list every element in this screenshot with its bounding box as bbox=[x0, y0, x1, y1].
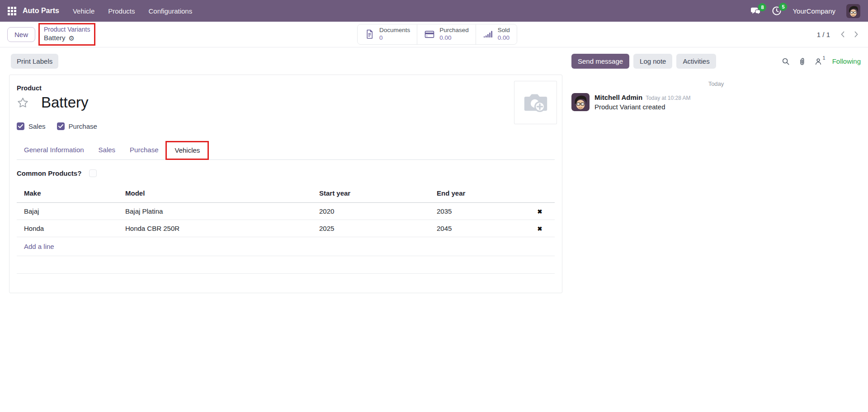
documents-stat-button[interactable]: Documents 0 bbox=[358, 24, 417, 44]
activities-button[interactable]: Activities bbox=[676, 54, 716, 69]
table-row: Honda Honda CBR 250R 2025 2045 ✖ bbox=[17, 220, 555, 237]
chatter-panel: Send message Log note Activities bbox=[562, 47, 868, 111]
stat-button-group: Documents 0 Purchased 0.00 bbox=[357, 24, 517, 45]
cell-model[interactable]: Honda CBR 250R bbox=[125, 220, 319, 237]
main-menus: Vehicle Products Configurations bbox=[73, 7, 192, 15]
camera-plus-icon bbox=[521, 90, 550, 115]
company-switcher[interactable]: YourCompany bbox=[793, 7, 835, 15]
messages-icon[interactable]: 8 bbox=[750, 6, 761, 16]
breadcrumb-current: Battery bbox=[44, 33, 66, 42]
user-avatar[interactable] bbox=[846, 4, 860, 18]
column-header-model: Model bbox=[125, 185, 319, 203]
search-messages-icon[interactable] bbox=[782, 57, 790, 66]
vehicles-table: Make Model Start year End year Bajaj Baj… bbox=[17, 185, 555, 274]
notebook-tabs: General Information Sales Purchase Vehic… bbox=[17, 141, 555, 160]
table-row: Bajaj Bajaj Platina 2020 2035 ✖ bbox=[17, 203, 555, 220]
credit-card-icon bbox=[424, 29, 435, 40]
followers-count: 1 bbox=[823, 55, 826, 61]
breadcrumb: Battery ⚙ bbox=[44, 33, 90, 42]
pager-previous-icon[interactable] bbox=[837, 28, 848, 41]
common-products-label: Common Products? bbox=[17, 169, 81, 177]
message-timestamp: Today at 10:28 AM bbox=[646, 95, 690, 101]
empty-table-row bbox=[17, 256, 555, 274]
product-name-field[interactable]: Battery bbox=[41, 94, 89, 111]
add-a-line-link[interactable]: Add a line bbox=[17, 237, 555, 256]
menu-products[interactable]: Products bbox=[108, 7, 135, 15]
stat-value: 0.00 bbox=[439, 34, 469, 42]
menu-configurations[interactable]: Configurations bbox=[148, 7, 192, 15]
column-header-start-year: Start year bbox=[319, 185, 437, 203]
document-icon bbox=[364, 29, 375, 40]
following-toggle[interactable]: Following bbox=[832, 57, 861, 65]
activities-clock-icon[interactable]: 5 bbox=[772, 6, 782, 16]
sales-checkbox[interactable] bbox=[17, 122, 24, 130]
tab-sales[interactable]: Sales bbox=[91, 141, 123, 159]
delete-row-icon[interactable]: ✖ bbox=[538, 208, 542, 215]
cell-make[interactable]: Bajaj bbox=[17, 203, 125, 220]
product-field-label: Product bbox=[17, 75, 555, 92]
cell-end-year[interactable]: 2035 bbox=[437, 203, 532, 220]
message-author-avatar bbox=[571, 93, 590, 111]
purchase-option-label: Purchase bbox=[69, 122, 97, 130]
new-button[interactable]: New bbox=[7, 27, 35, 42]
column-header-make: Make bbox=[17, 185, 125, 203]
stat-label: Sold bbox=[498, 27, 510, 34]
top-navbar: Auto Parts Vehicle Products Configuratio… bbox=[0, 0, 868, 22]
chatter-message: Mitchell Admin Today at 10:28 AM Product… bbox=[571, 93, 861, 111]
send-message-button[interactable]: Send message bbox=[571, 54, 629, 69]
breadcrumb-annotation-box: Product Variants Battery ⚙ bbox=[38, 23, 95, 46]
cell-make[interactable]: Honda bbox=[17, 220, 125, 237]
menu-vehicle[interactable]: Vehicle bbox=[73, 7, 94, 15]
stat-label: Purchased bbox=[439, 27, 469, 34]
tab-vehicles[interactable]: Vehicles bbox=[165, 141, 209, 160]
cell-start-year[interactable]: 2020 bbox=[319, 203, 437, 220]
purchase-checkbox[interactable] bbox=[57, 122, 65, 130]
pager: 1 / 1 bbox=[817, 28, 868, 41]
delete-row-icon[interactable]: ✖ bbox=[538, 225, 542, 232]
column-header-end-year: End year bbox=[437, 185, 532, 203]
cell-start-year[interactable]: 2025 bbox=[319, 220, 437, 237]
purchased-stat-button[interactable]: Purchased 0.00 bbox=[417, 24, 476, 44]
sales-option: Sales bbox=[17, 122, 46, 130]
messages-badge: 8 bbox=[758, 3, 766, 11]
log-note-button[interactable]: Log note bbox=[633, 54, 672, 69]
message-body: Product Variant created bbox=[594, 103, 691, 111]
common-products-checkbox[interactable] bbox=[89, 169, 97, 177]
bar-chart-icon bbox=[483, 29, 493, 40]
tab-purchase[interactable]: Purchase bbox=[123, 141, 165, 159]
control-panel: New Product Variants Battery ⚙ Documents… bbox=[0, 22, 868, 47]
sales-option-label: Sales bbox=[28, 122, 46, 130]
purchase-option: Purchase bbox=[57, 122, 97, 130]
tab-general-information[interactable]: General Information bbox=[17, 141, 91, 159]
date-divider: Today bbox=[571, 80, 861, 87]
favorite-star-icon[interactable] bbox=[17, 97, 29, 109]
activities-badge: 5 bbox=[779, 3, 787, 11]
attachment-paperclip-icon[interactable] bbox=[798, 57, 806, 66]
app-name[interactable]: Auto Parts bbox=[23, 7, 59, 15]
form-sheet: Product Battery Sales bbox=[9, 75, 562, 293]
stat-label: Documents bbox=[379, 27, 410, 34]
message-author: Mitchell Admin bbox=[594, 94, 642, 101]
apps-grid-icon[interactable] bbox=[8, 7, 16, 15]
pager-counter: 1 / 1 bbox=[817, 31, 830, 38]
pager-next-icon[interactable] bbox=[851, 28, 862, 41]
followers-icon[interactable] bbox=[814, 57, 822, 66]
stat-value: 0 bbox=[379, 34, 410, 42]
breadcrumb-parent-link[interactable]: Product Variants bbox=[44, 25, 90, 33]
sold-stat-button[interactable]: Sold 0.00 bbox=[476, 24, 517, 44]
cell-model[interactable]: Bajaj Platina bbox=[125, 203, 319, 220]
print-labels-button[interactable]: Print Labels bbox=[11, 54, 58, 69]
product-image-upload[interactable] bbox=[514, 81, 557, 124]
stat-value: 0.00 bbox=[498, 34, 510, 42]
cell-end-year[interactable]: 2045 bbox=[437, 220, 532, 237]
gear-icon[interactable]: ⚙ bbox=[69, 35, 75, 42]
